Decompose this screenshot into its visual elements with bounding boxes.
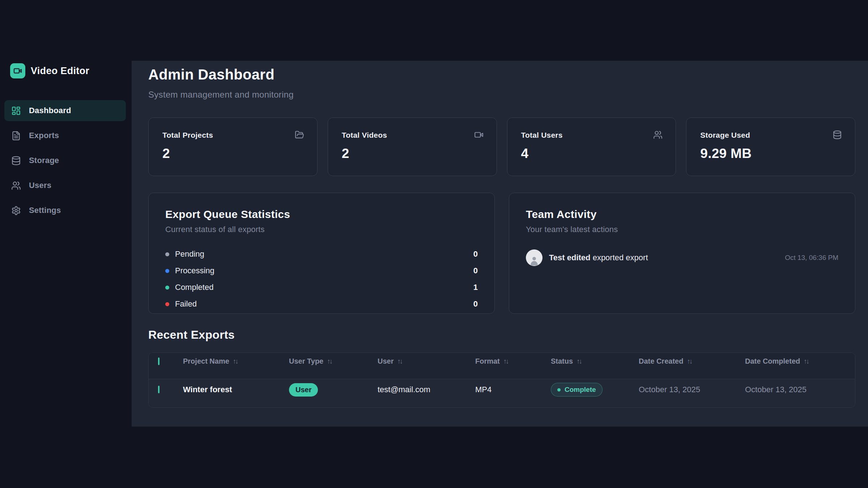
queue-row-processing: Processing 0 <box>165 262 478 279</box>
pending-dot-icon <box>165 252 169 256</box>
column-label: Status <box>551 357 573 365</box>
column-label: User Type <box>289 357 323 365</box>
status-badge: Complete <box>551 383 603 397</box>
queue-value: 0 <box>473 266 478 275</box>
sidebar-item-label: Settings <box>29 206 61 215</box>
table-header-row: Project Name ↑↓ User Type ↑↓ User ↑↓ For… <box>149 353 855 379</box>
column-label: Format <box>475 357 500 365</box>
sidebar-item-label: Dashboard <box>29 106 71 115</box>
stat-cards: Total Projects 2 Total Videos 2 Total Us… <box>148 117 855 176</box>
column-label: Project Name <box>183 357 229 365</box>
row-checkbox[interactable] <box>158 386 159 393</box>
column-label: User <box>378 357 393 365</box>
cell-date-created: October 13, 2025 <box>639 385 745 394</box>
activity-item: Test edited exported export Oct 13, 06:3… <box>526 249 838 266</box>
sort-icon: ↑↓ <box>503 358 509 365</box>
column-header-status[interactable]: Status ↑↓ <box>551 357 639 365</box>
card-subtitle: Your team's latest actions <box>526 225 838 234</box>
card-subtitle: Current status of all exports <box>165 225 478 234</box>
export-queue-card: Export Queue Statistics Current status o… <box>148 193 495 314</box>
card-title: Team Activity <box>526 208 838 221</box>
database-icon <box>11 156 21 166</box>
sidebar-item-settings[interactable]: Settings <box>4 200 126 221</box>
users-icon <box>11 181 21 191</box>
page-subtitle: System management and monitoring <box>148 90 294 100</box>
sort-icon: ↑↓ <box>804 358 809 365</box>
column-header-date-created[interactable]: Date Created ↑↓ <box>639 357 745 365</box>
dashboard-icon <box>11 106 21 116</box>
recent-exports-table: Project Name ↑↓ User Type ↑↓ User ↑↓ For… <box>148 352 855 408</box>
sidebar-item-label: Storage <box>29 156 59 165</box>
video-icon <box>474 130 484 140</box>
queue-value: 0 <box>473 249 478 259</box>
queue-row-completed: Completed 1 <box>165 279 478 296</box>
column-header-user[interactable]: User ↑↓ <box>378 357 475 365</box>
file-icon <box>11 131 21 141</box>
column-label: Date Completed <box>745 357 800 365</box>
stat-card-total-videos: Total Videos 2 <box>328 117 497 176</box>
app-brand: Video Editor <box>10 63 89 78</box>
stat-value: 9.29 MB <box>700 146 841 161</box>
stat-value: 2 <box>162 146 303 161</box>
stat-label: Storage Used <box>700 131 841 140</box>
app-logo <box>10 63 25 78</box>
queue-value: 0 <box>473 299 478 309</box>
card-title: Export Queue Statistics <box>165 208 478 221</box>
cell-format: MP4 <box>475 385 551 394</box>
sort-icon: ↑↓ <box>687 358 693 365</box>
stat-label: Total Users <box>521 131 662 140</box>
completed-dot-icon <box>165 286 169 290</box>
processing-dot-icon <box>165 269 169 273</box>
select-all-checkbox[interactable] <box>158 358 159 365</box>
stat-label: Total Videos <box>342 131 483 140</box>
activity-timestamp: Oct 13, 06:36 PM <box>785 254 838 262</box>
sort-icon: ↑↓ <box>327 358 333 365</box>
column-header-project-name[interactable]: Project Name ↑↓ <box>183 357 289 365</box>
app-title: Video Editor <box>31 65 89 77</box>
queue-label: Failed <box>175 299 197 309</box>
queue-label: Processing <box>175 266 214 275</box>
sidebar: Video Editor Dashboard Exports Storage U… <box>0 0 132 488</box>
stat-value: 2 <box>342 146 483 161</box>
team-activity-card: Team Activity Your team's latest actions… <box>509 193 855 314</box>
stat-value: 4 <box>521 146 662 161</box>
column-label: Date Created <box>639 357 683 365</box>
video-icon <box>13 67 22 75</box>
sort-icon: ↑↓ <box>233 358 239 365</box>
middle-cards: Export Queue Statistics Current status o… <box>148 193 855 314</box>
folder-open-icon <box>295 130 304 140</box>
activity-action: exported export <box>593 253 648 262</box>
queue-stats-list: Pending 0 Processing 0 Completed 1 Faile… <box>165 246 478 312</box>
cell-date-completed: October 13, 2025 <box>745 385 855 394</box>
page-title: Admin Dashboard <box>148 67 275 83</box>
column-header-format[interactable]: Format ↑↓ <box>475 357 551 365</box>
sidebar-item-dashboard[interactable]: Dashboard <box>4 100 126 121</box>
recent-exports-title: Recent Exports <box>148 328 235 342</box>
cell-user-email: test@mail.com <box>378 385 475 394</box>
queue-label: Completed <box>175 283 213 292</box>
avatar <box>526 249 542 266</box>
sidebar-item-label: Users <box>29 181 51 190</box>
person-icon <box>528 254 540 266</box>
column-header-user-type[interactable]: User Type ↑↓ <box>289 357 378 365</box>
sidebar-nav: Dashboard Exports Storage Users Settings <box>4 100 126 225</box>
sidebar-item-exports[interactable]: Exports <box>4 125 126 146</box>
status-dot-icon <box>557 388 561 391</box>
sidebar-item-label: Exports <box>29 131 59 140</box>
queue-label: Pending <box>175 249 204 259</box>
cell-project-name: Winter forest <box>183 385 289 394</box>
sort-icon: ↑↓ <box>397 358 403 365</box>
activity-actor: Test edited <box>549 253 591 262</box>
stat-card-total-users: Total Users 4 <box>507 117 676 176</box>
user-type-badge: User <box>289 383 318 397</box>
sidebar-item-users[interactable]: Users <box>4 175 126 196</box>
database-icon <box>833 130 842 140</box>
column-header-date-completed[interactable]: Date Completed ↑↓ <box>745 357 855 365</box>
sort-icon: ↑↓ <box>576 358 582 365</box>
sidebar-item-storage[interactable]: Storage <box>4 150 126 171</box>
status-label: Complete <box>565 386 596 394</box>
stat-label: Total Projects <box>162 131 303 140</box>
queue-row-failed: Failed 0 <box>165 296 478 312</box>
queue-row-pending: Pending 0 <box>165 246 478 262</box>
queue-value: 1 <box>473 283 478 292</box>
